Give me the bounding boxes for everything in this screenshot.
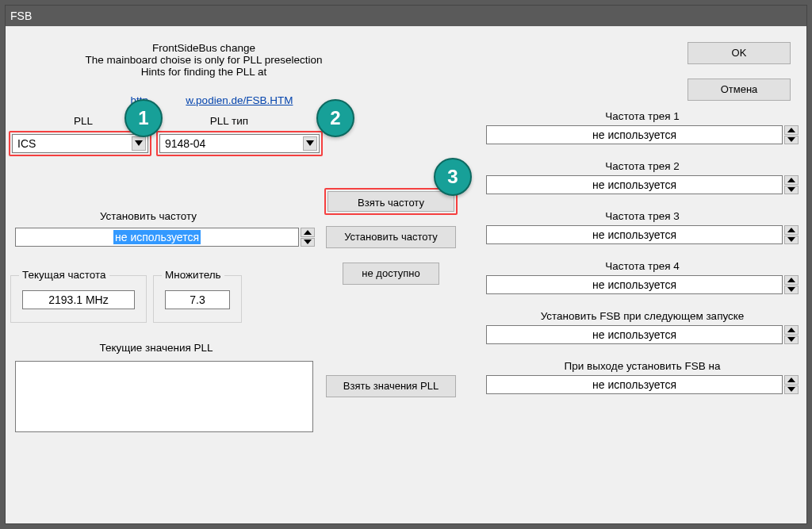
step-badge-3: 3 — [434, 158, 472, 196]
tray-field-4[interactable]: не используется — [486, 275, 783, 294]
svg-marker-15 — [787, 387, 795, 392]
tray-spin-down-3[interactable] — [784, 236, 799, 245]
tray-spin-up-1[interactable] — [784, 125, 799, 135]
header-line-1: FrontSideBus change — [61, 42, 347, 54]
svg-marker-13 — [787, 337, 795, 342]
client-area: FrontSideBus change The mainboard choise… — [6, 26, 806, 523]
svg-marker-10 — [787, 278, 795, 282]
pll-label: PLL — [52, 115, 115, 127]
tray-label-1: Частота трея 1 — [486, 110, 799, 122]
tray-spin-down-1[interactable] — [784, 136, 799, 145]
svg-marker-6 — [787, 178, 795, 182]
svg-marker-11 — [787, 287, 795, 292]
chevron-down-icon[interactable] — [132, 136, 146, 151]
svg-marker-4 — [787, 128, 795, 132]
current-freq-field: 2193.1 MHz — [22, 290, 135, 309]
cancel-button[interactable]: Отмена — [688, 79, 791, 101]
chevron-down-icon[interactable] — [303, 136, 317, 151]
tray-spin-down-4[interactable] — [784, 286, 799, 295]
tray-spin-up-5[interactable] — [784, 325, 799, 335]
spin-up-button[interactable] — [301, 228, 315, 237]
tray-field-3[interactable]: не используется — [486, 225, 783, 244]
tray-field-5[interactable]: не используется — [486, 325, 783, 344]
pll-type-combo-value: 9148-04 — [165, 137, 205, 150]
tray-field-1[interactable]: не используется — [486, 125, 783, 144]
tray-label-4: Частота трея 4 — [486, 260, 799, 272]
svg-marker-2 — [304, 230, 312, 235]
tray-field-2[interactable]: не используется — [486, 175, 783, 194]
tray-spin-up-3[interactable] — [784, 225, 799, 235]
tray-spin-up-2[interactable] — [784, 175, 799, 185]
tray-spin-down-5[interactable] — [784, 335, 799, 345]
svg-marker-5 — [787, 137, 795, 142]
pll-type-combo[interactable]: 9148-04 — [159, 134, 320, 153]
pll-combo-value: ICS — [17, 137, 36, 150]
svg-marker-0 — [135, 140, 143, 146]
tray-spin-down-2[interactable] — [784, 186, 799, 195]
step-badge-2: 2 — [316, 99, 354, 137]
svg-marker-8 — [787, 228, 795, 232]
multiplier-group-title: Множитель — [162, 269, 224, 281]
multiplier-value: 7.3 — [190, 293, 205, 306]
not-available-button[interactable]: не доступно — [343, 263, 439, 285]
tray-spin-down-6[interactable] — [784, 385, 799, 395]
pll-type-label: PLL тип — [190, 115, 269, 127]
set-freq-field[interactable]: не используется — [15, 228, 299, 247]
svg-marker-9 — [787, 237, 795, 242]
current-pll-vals-field — [15, 361, 313, 432]
header-line-2: The mainboard choise is only for PLL pre… — [61, 54, 347, 66]
pll-combo[interactable]: ICS — [12, 134, 148, 153]
current-freq-value: 2193.1 MHz — [48, 293, 108, 306]
set-frequency-button[interactable]: Установить частоту — [326, 226, 456, 248]
take-pll-values-button[interactable]: Взять значения PLL — [326, 375, 456, 397]
current-pll-vals-label: Текущие значения PLL — [69, 342, 243, 354]
header-line-3: Hints for finding the PLL at — [61, 66, 347, 78]
ok-button[interactable]: OK — [688, 42, 791, 64]
tray-label-5: Установить FSB при следующем запуске — [486, 310, 799, 322]
set-freq-label: Установить частоту — [69, 210, 228, 222]
multiplier-field: 7.3 — [165, 290, 230, 309]
tray-spin-up-4[interactable] — [784, 275, 799, 285]
svg-marker-7 — [787, 187, 795, 192]
tray-label-2: Частота трея 2 — [486, 160, 799, 172]
set-freq-value: не используется — [113, 230, 201, 244]
tray-label-6: При выходе установить FSB на — [486, 360, 799, 372]
svg-marker-12 — [787, 328, 795, 332]
title-bar: FSB — [6, 6, 806, 26]
current-freq-group-title: Текущая частота — [19, 269, 109, 281]
svg-marker-1 — [306, 140, 314, 146]
tray-spin-up-6[interactable] — [784, 375, 799, 385]
spin-down-button[interactable] — [301, 238, 315, 247]
tray-field-6[interactable]: не используется — [486, 375, 783, 394]
window-title: FSB — [10, 10, 32, 22]
step-badge-1: 1 — [124, 99, 163, 137]
tray-label-3: Частота трея 3 — [486, 210, 799, 222]
svg-marker-14 — [787, 378, 795, 382]
take-frequency-button[interactable]: Взять частоту — [327, 191, 454, 212]
svg-marker-3 — [304, 240, 312, 244]
